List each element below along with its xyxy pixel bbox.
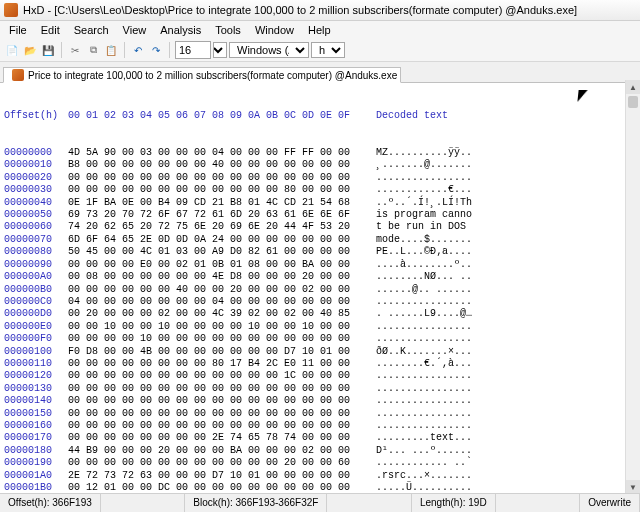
row-ascii[interactable]: ................ <box>376 296 472 308</box>
hex-row[interactable]: 0000009000 00 00 00 E0 00 02 01 0B 01 08… <box>4 259 640 271</box>
hex-row[interactable]: 000000B000 00 00 00 00 00 40 00 00 20 00… <box>4 284 640 296</box>
row-ascii[interactable]: ........NØ... .. <box>376 271 472 283</box>
hex-row[interactable]: 0000014000 00 00 00 00 00 00 00 00 00 00… <box>4 395 640 407</box>
hex-row[interactable]: 0000002000 00 00 00 00 00 00 00 00 00 00… <box>4 172 640 184</box>
row-ascii[interactable]: D¹... ...º...... <box>376 445 472 457</box>
row-ascii[interactable]: ................ <box>376 370 472 382</box>
row-bytes[interactable]: 00 00 00 00 00 00 00 00 00 00 00 00 00 0… <box>68 383 370 395</box>
menu-analysis[interactable]: Analysis <box>153 21 208 39</box>
undo-icon[interactable]: ↶ <box>130 42 146 58</box>
scroll-up-icon[interactable]: ▲ <box>626 80 640 94</box>
row-ascii[interactable]: ................ <box>376 172 472 184</box>
row-ascii[interactable]: ............€... <box>376 184 472 196</box>
hex-row[interactable]: 000000C004 00 00 00 00 00 00 00 04 00 00… <box>4 296 640 308</box>
hex-row[interactable]: 00000100F0 D8 00 00 4B 00 00 00 00 00 00… <box>4 346 640 358</box>
row-ascii[interactable]: is program canno <box>376 209 472 221</box>
hex-row[interactable]: 0000005069 73 20 70 72 6F 67 72 61 6D 20… <box>4 209 640 221</box>
row-bytes[interactable]: 2E 72 73 72 63 00 00 00 D7 10 01 00 00 0… <box>68 470 370 482</box>
row-bytes[interactable]: 44 B9 00 00 00 20 00 00 00 BA 00 00 00 0… <box>68 445 370 457</box>
row-bytes[interactable]: 00 00 00 00 00 00 00 00 00 00 00 00 00 0… <box>68 420 370 432</box>
hex-row[interactable]: 000000400E 1F BA 0E 00 B4 09 CD 21 B8 01… <box>4 197 640 209</box>
row-ascii[interactable]: ðØ..K.......×... <box>376 346 472 358</box>
hex-row[interactable]: 00000010B8 00 00 00 00 00 00 00 40 00 00… <box>4 159 640 171</box>
hex-row[interactable]: 0000015000 00 00 00 00 00 00 00 00 00 00… <box>4 408 640 420</box>
redo-icon[interactable]: ↷ <box>148 42 164 58</box>
row-ascii[interactable]: ......@.. ...... <box>376 284 472 296</box>
hex-row[interactable]: 0000013000 00 00 00 00 00 00 00 00 00 00… <box>4 383 640 395</box>
number-base-select[interactable]: hex <box>311 42 345 58</box>
row-ascii[interactable]: ................ <box>376 420 472 432</box>
row-bytes[interactable]: 6D 6F 64 65 2E 0D 0D 0A 24 00 00 00 00 0… <box>68 234 370 246</box>
menu-edit[interactable]: Edit <box>34 21 67 39</box>
new-file-icon[interactable]: 📄 <box>4 42 20 58</box>
charset-select[interactable]: Windows (ANSI) <box>229 42 309 58</box>
open-file-icon[interactable]: 📂 <box>22 42 38 58</box>
hex-row[interactable]: 0000008050 45 00 00 4C 01 03 00 A9 D0 82… <box>4 246 640 258</box>
row-ascii[interactable]: ............ ..` <box>376 457 472 469</box>
hex-row[interactable]: 000001A02E 72 73 72 63 00 00 00 D7 10 01… <box>4 470 640 482</box>
cut-icon[interactable]: ✂ <box>67 42 83 58</box>
hex-row[interactable]: 0000016000 00 00 00 00 00 00 00 00 00 00… <box>4 420 640 432</box>
row-ascii[interactable]: ........€.´,à... <box>376 358 472 370</box>
row-ascii[interactable]: ................ <box>376 395 472 407</box>
vertical-scrollbar[interactable]: ▲ ▼ <box>625 80 640 494</box>
row-ascii[interactable]: PE..L...©Ð‚a.... <box>376 246 472 258</box>
paste-icon[interactable]: 📋 <box>103 42 119 58</box>
row-ascii[interactable]: ................ <box>376 321 472 333</box>
hex-row[interactable]: 000000E000 00 10 00 00 10 00 00 00 00 10… <box>4 321 640 333</box>
row-ascii[interactable]: ................ <box>376 383 472 395</box>
row-bytes[interactable]: 00 00 00 00 00 00 00 00 00 00 00 00 80 0… <box>68 184 370 196</box>
row-ascii[interactable]: t be run in DOS <box>376 221 472 233</box>
row-bytes[interactable]: 00 00 00 00 00 00 00 00 00 00 00 00 1C 0… <box>68 370 370 382</box>
hex-row[interactable]: 000000706D 6F 64 65 2E 0D 0D 0A 24 00 00… <box>4 234 640 246</box>
hex-row[interactable]: 0000018044 B9 00 00 00 20 00 00 00 BA 00… <box>4 445 640 457</box>
tab-active-document[interactable]: Price to integrate 100,000 to 2 million … <box>3 67 401 83</box>
row-bytes[interactable]: 00 00 10 00 00 10 00 00 00 00 10 00 00 1… <box>68 321 370 333</box>
hex-editor-area[interactable]: Offset(h) 00 01 02 03 04 05 06 07 08 09 … <box>0 83 640 499</box>
row-bytes[interactable]: 69 73 20 70 72 6F 67 72 61 6D 20 63 61 6… <box>68 209 370 221</box>
hex-row[interactable]: 000000D000 20 00 00 00 02 00 00 4C 39 02… <box>4 308 640 320</box>
row-ascii[interactable]: .rsrc...×....... <box>376 470 472 482</box>
hex-row[interactable]: 0000017000 00 00 00 00 00 00 00 2E 74 65… <box>4 432 640 444</box>
row-bytes[interactable]: 00 00 00 00 00 00 40 00 00 20 00 00 00 0… <box>68 284 370 296</box>
row-ascii[interactable]: . ......L9....@… <box>376 308 472 320</box>
row-bytes[interactable]: 00 00 00 00 00 00 00 00 00 00 00 00 20 0… <box>68 457 370 469</box>
menu-window[interactable]: Window <box>248 21 301 39</box>
row-bytes[interactable]: 00 00 00 00 00 00 00 00 00 00 00 00 00 0… <box>68 408 370 420</box>
hex-row[interactable]: 0000003000 00 00 00 00 00 00 00 00 00 00… <box>4 184 640 196</box>
hex-row[interactable]: 000000A000 08 00 00 00 00 00 00 4E D8 00… <box>4 271 640 283</box>
row-bytes[interactable]: 04 00 00 00 00 00 00 00 04 00 00 00 00 0… <box>68 296 370 308</box>
hex-row[interactable]: 0000019000 00 00 00 00 00 00 00 00 00 00… <box>4 457 640 469</box>
row-ascii[interactable]: .........text... <box>376 432 472 444</box>
menu-help[interactable]: Help <box>301 21 338 39</box>
hex-row[interactable]: 0000006074 20 62 65 20 72 75 6E 20 69 6E… <box>4 221 640 233</box>
save-file-icon[interactable]: 💾 <box>40 42 56 58</box>
menu-search[interactable]: Search <box>67 21 116 39</box>
row-bytes[interactable]: 00 20 00 00 00 02 00 00 4C 39 02 00 02 0… <box>68 308 370 320</box>
bytes-per-row-input[interactable] <box>175 41 211 59</box>
scroll-thumb[interactable] <box>628 96 638 108</box>
menu-view[interactable]: View <box>116 21 154 39</box>
row-bytes[interactable]: 00 00 00 00 E0 00 02 01 0B 01 08 00 00 B… <box>68 259 370 271</box>
row-bytes[interactable]: 4D 5A 90 00 03 00 00 00 04 00 00 00 FF F… <box>68 147 370 159</box>
row-ascii[interactable]: ¸.......@....... <box>376 159 472 171</box>
row-bytes[interactable]: 00 00 00 00 10 00 00 00 00 00 00 00 00 0… <box>68 333 370 345</box>
row-ascii[interactable]: ....à........º.. <box>376 259 472 271</box>
menu-tools[interactable]: Tools <box>208 21 248 39</box>
row-ascii[interactable]: MZ..........ÿÿ.. <box>376 147 472 159</box>
row-bytes[interactable]: 00 00 00 00 00 00 00 00 00 00 00 00 00 0… <box>68 395 370 407</box>
menu-file[interactable]: File <box>2 21 34 39</box>
row-ascii[interactable]: mode....$....... <box>376 234 472 246</box>
row-bytes[interactable]: 50 45 00 00 4C 01 03 00 A9 D0 82 61 00 0… <box>68 246 370 258</box>
row-bytes[interactable]: 74 20 62 65 20 72 75 6E 20 69 6E 20 44 4… <box>68 221 370 233</box>
hex-row[interactable]: 000000F000 00 00 00 10 00 00 00 00 00 00… <box>4 333 640 345</box>
scroll-down-icon[interactable]: ▼ <box>626 480 640 494</box>
row-ascii[interactable]: ................ <box>376 333 472 345</box>
copy-icon[interactable]: ⧉ <box>85 42 101 58</box>
row-bytes[interactable]: 00 08 00 00 00 00 00 00 4E D8 00 00 00 2… <box>68 271 370 283</box>
row-ascii[interactable]: ..º..´.Í!¸.LÍ!Th <box>376 197 472 209</box>
hex-row[interactable]: 0000011000 00 00 00 00 00 00 00 80 17 B4… <box>4 358 640 370</box>
hex-row[interactable]: 000000004D 5A 90 00 03 00 00 00 04 00 00… <box>4 147 640 159</box>
row-bytes[interactable]: 0E 1F BA 0E 00 B4 09 CD 21 B8 01 4C CD 2… <box>68 197 370 209</box>
row-bytes[interactable]: 00 00 00 00 00 00 00 00 80 17 B4 2C E0 1… <box>68 358 370 370</box>
